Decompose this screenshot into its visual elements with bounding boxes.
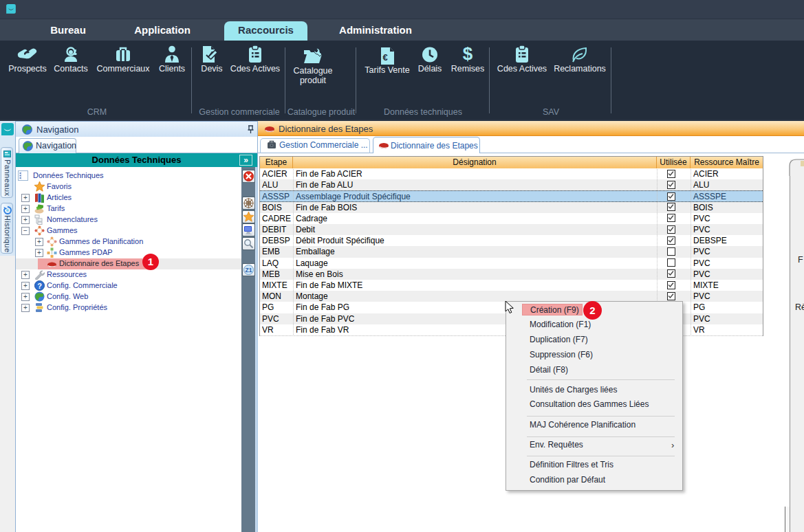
svg-text:?: ? xyxy=(37,282,42,290)
svg-text:Z1: Z1 xyxy=(246,267,252,274)
svg-text:€: € xyxy=(382,52,387,63)
